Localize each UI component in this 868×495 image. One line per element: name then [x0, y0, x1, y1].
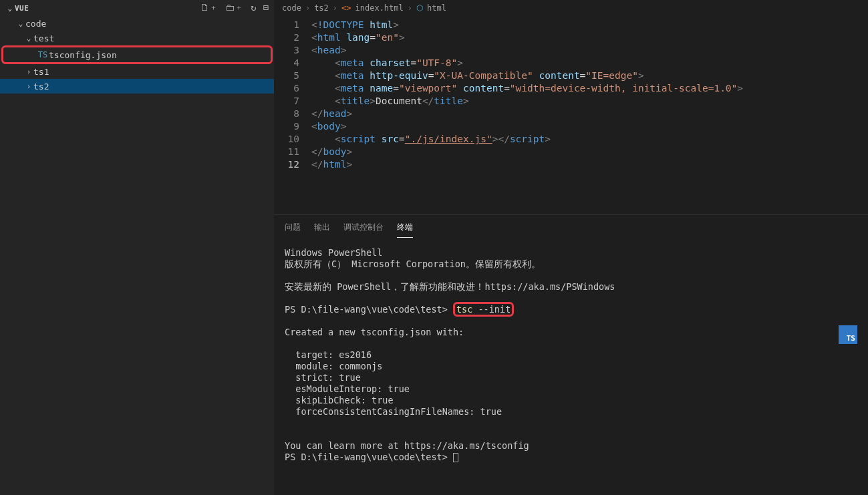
chevron-down-icon: ⌄	[16, 19, 25, 28]
breadcrumb-separator: ›	[333, 3, 337, 13]
folder-label: ts2	[33, 81, 49, 92]
terminal-line: 版权所有（C） Microsoft Corporation。保留所有权利。	[285, 259, 857, 270]
chevron-right-icon: ›	[24, 82, 33, 91]
breadcrumb[interactable]: code › ts2 › <> index.html › ⬡ html	[274, 0, 868, 16]
line-number: 9	[274, 120, 299, 133]
terminal-line: Windows PowerShell	[285, 247, 857, 259]
chevron-down-icon: ⌄	[24, 34, 33, 43]
terminal-line: target: es2016	[285, 349, 857, 361]
breadcrumb-separator: ›	[305, 3, 310, 13]
terminal-line: module: commonjs	[285, 361, 857, 372]
terminal-line: esModuleInterop: true	[285, 383, 857, 395]
line-number: 10	[274, 133, 299, 146]
annotation-highlight: tsc --init	[453, 302, 514, 317]
file-tree: ⌄ code ⌄ test TS tsconfig.json › ts1 › t…	[0, 16, 274, 94]
new-file-icon[interactable]: 🗋﹢	[200, 2, 219, 14]
bottom-panel: 问题 输出 调试控制台 终端 Windows PowerShell版权所有（C）…	[274, 214, 868, 495]
folder-ts1[interactable]: › ts1	[0, 64, 274, 79]
tab-terminal[interactable]: 终端	[397, 219, 413, 238]
tab-problems[interactable]: 问题	[285, 219, 301, 238]
line-number: 12	[274, 158, 299, 171]
ts-file-icon: TS	[37, 50, 49, 59]
editor-area: code › ts2 › <> index.html › ⬡ html 1 2 …	[274, 0, 868, 495]
workspace-title[interactable]: ⌄ VUE	[5, 4, 200, 13]
terminal-line: skipLibCheck: true	[285, 395, 857, 406]
terminal-line: PS D:\file-wang\vue\code\test>	[285, 452, 857, 463]
terminal-line: PS D:\file-wang\vue\code\test> tsc --ini…	[285, 304, 857, 315]
folder-test[interactable]: ⌄ test	[0, 31, 274, 45]
panel-tabs: 问题 输出 调试控制台 终端	[274, 215, 868, 238]
line-number: 4	[274, 57, 299, 69]
file-explorer-sidebar: ⌄ VUE 🗋﹢ 🗀﹢ ↻ ⊟ ⌄ code ⌄ test TS tsconfi…	[0, 0, 274, 495]
file-tsconfig[interactable]: TS tsconfig.json	[3, 47, 271, 62]
terminal-line: forceConsistentCasingInFileNames: true	[285, 406, 857, 418]
chevron-down-icon: ⌄	[5, 4, 15, 13]
line-gutter: 1 2 3 4 5 6 7 8 9 10 11 12	[274, 19, 311, 171]
terminal-content[interactable]: Windows PowerShell版权所有（C） Microsoft Corp…	[274, 238, 868, 472]
line-number: 2	[274, 31, 299, 44]
annotation-highlight: TS tsconfig.json	[1, 45, 273, 64]
sidebar-header: ⌄ VUE 🗋﹢ 🗀﹢ ↻ ⊟	[0, 0, 274, 16]
tab-debug-console[interactable]: 调试控制台	[343, 219, 384, 238]
line-number: 8	[274, 108, 299, 120]
terminal-line: Created a new tsconfig.json with:	[285, 327, 857, 338]
breadcrumb-segment[interactable]: code	[282, 3, 301, 13]
line-number: 5	[274, 69, 299, 82]
folder-label: ts1	[33, 67, 49, 77]
folder-ts2[interactable]: › ts2	[0, 79, 274, 94]
sidebar-actions: 🗋﹢ 🗀﹢ ↻ ⊟	[200, 2, 269, 14]
terminal-line: You can learn more at https://aka.ms/tsc…	[285, 440, 857, 452]
tab-output[interactable]: 输出	[314, 219, 330, 238]
workspace-name: VUE	[15, 4, 29, 13]
line-number: 7	[274, 95, 299, 108]
file-label: tsconfig.json	[49, 50, 117, 60]
chevron-right-icon: ›	[24, 67, 33, 76]
folder-code[interactable]: ⌄ code	[0, 16, 274, 31]
new-folder-icon[interactable]: 🗀﹢	[225, 2, 244, 14]
breadcrumb-segment[interactable]: index.html	[355, 3, 404, 13]
line-number: 6	[274, 82, 299, 95]
symbol-icon: ⬡	[416, 3, 423, 13]
terminal-line: strict: true	[285, 372, 857, 383]
terminal-line: 安装最新的 PowerShell，了解新功能和改进！https://aka.ms…	[285, 281, 857, 293]
breadcrumb-segment[interactable]: ts2	[314, 3, 329, 13]
code-editor[interactable]: 1 2 3 4 5 6 7 8 9 10 11 12 <!DOCTYPE htm…	[274, 16, 868, 171]
folder-label: test	[33, 33, 54, 43]
collapse-all-icon[interactable]: ⊟	[263, 2, 269, 14]
code-content[interactable]: <!DOCTYPE html><html lang="en"><head> <m…	[311, 19, 868, 171]
breadcrumb-segment[interactable]: html	[427, 3, 446, 13]
typescript-badge[interactable]: TS	[839, 325, 857, 344]
folder-label: code	[25, 19, 46, 29]
line-number: 1	[274, 19, 299, 31]
html-file-icon: <>	[341, 3, 351, 13]
line-number: 11	[274, 146, 299, 158]
line-number: 3	[274, 44, 299, 57]
terminal-cursor	[453, 453, 458, 462]
refresh-icon[interactable]: ↻	[251, 2, 256, 14]
breadcrumb-separator: ›	[408, 3, 412, 13]
